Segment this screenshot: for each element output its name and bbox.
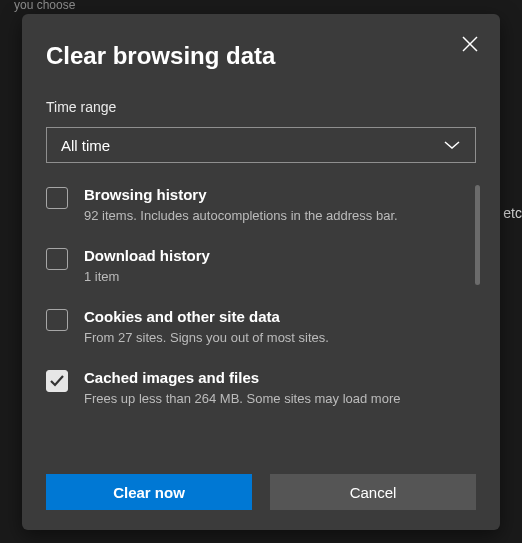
option-description: 1 item [84, 268, 210, 286]
option-browsing-history: Browsing history 92 items. Includes auto… [46, 185, 476, 224]
option-download-history: Download history 1 item [46, 246, 476, 285]
option-text: Cookies and other site data From 27 site… [84, 307, 329, 346]
dialog-button-row: Clear now Cancel [46, 474, 476, 510]
option-title: Browsing history [84, 185, 398, 205]
close-icon [462, 36, 478, 52]
checkbox-browsing-history[interactable] [46, 187, 68, 209]
option-title: Cookies and other site data [84, 307, 329, 327]
time-range-value: All time [61, 137, 110, 154]
time-range-select[interactable]: All time [46, 127, 476, 163]
checkmark-icon [49, 374, 65, 388]
clear-now-button[interactable]: Clear now [46, 474, 252, 510]
close-button[interactable] [454, 28, 486, 60]
option-text: Cached images and files Frees up less th… [84, 368, 400, 407]
background-text: you choose [14, 0, 75, 12]
chevron-down-icon [443, 140, 461, 150]
dialog-title: Clear browsing data [46, 40, 476, 71]
time-range-label: Time range [46, 99, 476, 115]
cancel-button[interactable]: Cancel [270, 474, 476, 510]
option-title: Download history [84, 246, 210, 266]
option-title: Cached images and files [84, 368, 400, 388]
scrollbar-thumb[interactable] [475, 185, 480, 285]
option-description: 92 items. Includes autocompletions in th… [84, 207, 398, 225]
option-cache: Cached images and files Frees up less th… [46, 368, 476, 407]
option-description: Frees up less than 264 MB. Some sites ma… [84, 390, 400, 408]
clear-browsing-data-dialog: Clear browsing data Time range All time … [22, 14, 500, 530]
checkbox-download-history[interactable] [46, 248, 68, 270]
option-description: From 27 sites. Signs you out of most sit… [84, 329, 329, 347]
options-list: Browsing history 92 items. Includes auto… [46, 185, 476, 445]
checkbox-cache[interactable] [46, 370, 68, 392]
checkbox-cookies[interactable] [46, 309, 68, 331]
option-text: Browsing history 92 items. Includes auto… [84, 185, 398, 224]
background-text: etc [503, 205, 522, 221]
option-cookies: Cookies and other site data From 27 site… [46, 307, 476, 346]
option-text: Download history 1 item [84, 246, 210, 285]
